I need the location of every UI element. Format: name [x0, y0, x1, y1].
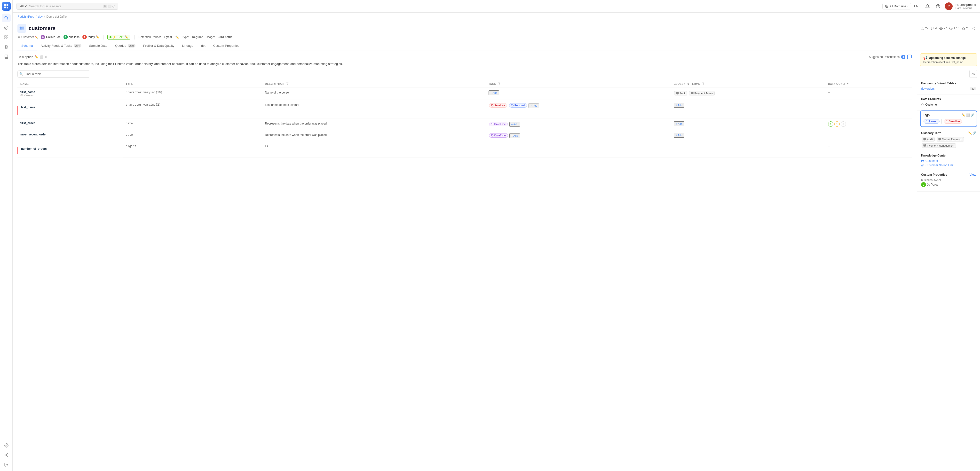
person-tag[interactable]: Person: [924, 119, 940, 124]
queries-badge: 260: [128, 44, 135, 48]
stars-button[interactable]: 28: [962, 27, 969, 30]
desc-share-icon[interactable]: ⟨⟩: [45, 55, 47, 59]
sensitive-tag-panel[interactable]: Sensitive: [943, 119, 962, 124]
product-name[interactable]: Customer: [925, 103, 938, 107]
tab-activity-feeds[interactable]: Activity Feeds & Tasks 234: [37, 41, 85, 50]
joined-table-name[interactable]: dev.orders: [921, 87, 935, 91]
find-in-table-input[interactable]: [18, 70, 90, 78]
sidebar-logout-icon[interactable]: [2, 460, 11, 469]
panel-toggle-button[interactable]: ◁▷: [969, 70, 977, 78]
glossary-link-icon[interactable]: 🔗: [972, 131, 976, 135]
jo-perez-name[interactable]: Jo Perez: [927, 183, 938, 186]
tier-edit-icon[interactable]: ✏️: [124, 35, 128, 39]
tags-edit-icon[interactable]: ✏️: [962, 113, 965, 117]
glossary-chip-inventory[interactable]: Inventory Management: [921, 143, 956, 148]
views-button[interactable]: 27: [939, 27, 947, 30]
retention-edit-icon[interactable]: ✏️: [175, 35, 179, 39]
suggested-count: 4: [901, 55, 905, 59]
star-icon: [962, 27, 965, 30]
shortcut-k: K: [108, 5, 111, 8]
owner-tag[interactable]: Customer ✏️: [18, 35, 38, 39]
tab-schema[interactable]: Schema: [18, 41, 37, 50]
svg-point-0: [5, 16, 8, 19]
tab-lineage[interactable]: Lineage: [178, 41, 197, 50]
teddy-badge[interactable]: T teddy ✏️: [83, 35, 99, 39]
tab-custom-properties[interactable]: Custom Properties: [209, 41, 243, 50]
search-bar[interactable]: All Search for Data Assets ⌘ K: [16, 3, 118, 10]
add-tag-button-first-order[interactable]: + Add: [509, 122, 520, 127]
tags-copy-icon[interactable]: ⬜: [966, 113, 970, 117]
sidebar-book-icon[interactable]: [2, 53, 11, 61]
description-section: Description ✏️ ⬜ ⟨⟩ Suggested Descriptio…: [18, 54, 912, 67]
personal-tag[interactable]: Personal: [509, 103, 527, 108]
tags-panel-header: Tags ✏️ ⬜ 🔗: [923, 113, 974, 117]
notifications-button[interactable]: [924, 2, 931, 10]
tags-link-icon[interactable]: 🔗: [970, 113, 974, 117]
kc-item-notion[interactable]: Customer Notion Link: [921, 164, 976, 167]
time-value: 17.6: [954, 27, 959, 30]
owner-edit-icon[interactable]: ✏️: [35, 36, 38, 38]
tier-dot: [110, 36, 111, 38]
desc-filter-icon[interactable]: [286, 83, 289, 85]
tab-queries[interactable]: Queries 260: [111, 41, 139, 50]
add-tag-button-last-name[interactable]: + Add: [528, 103, 539, 108]
language-selector[interactable]: EN ▾: [914, 4, 921, 8]
tab-profiler[interactable]: Profiler & Data Quality: [139, 41, 178, 50]
page-actions: 27 4 27 17.6 28: [921, 27, 975, 30]
col-header-tags: TAGS: [486, 80, 671, 88]
desc-copy-icon[interactable]: ⬜: [40, 55, 43, 59]
domain-selector[interactable]: All Domains ▾: [882, 3, 911, 10]
book-icon: [923, 138, 926, 141]
tab-dbt[interactable]: dbt: [197, 41, 209, 50]
sidebar-explore-icon[interactable]: [2, 23, 11, 32]
sidebar-lineage-icon[interactable]: [2, 451, 11, 459]
cell-desc-last-name: Last name of the customer: [262, 100, 485, 118]
col-header-name: NAME: [18, 80, 123, 88]
add-glossary-button-most-recent[interactable]: + Add: [674, 133, 684, 138]
sidebar-search-icon[interactable]: [2, 14, 11, 22]
add-glossary-button-last-name[interactable]: + Add: [674, 103, 684, 108]
glossary-chip-audit[interactable]: Audit: [921, 137, 935, 142]
book-open-icon2: [690, 92, 694, 95]
sensitive-tag[interactable]: Sensitive: [489, 103, 508, 108]
tab-sample-data[interactable]: Sample Data: [85, 41, 111, 50]
glossary-chip-invoice[interactable]: Audit: [674, 91, 687, 95]
table-search[interactable]: [18, 70, 912, 78]
dq-value: --: [828, 103, 830, 107]
datetime-tag[interactable]: DateTime: [489, 122, 508, 126]
help-button[interactable]: [934, 2, 942, 10]
add-tag-button-first-name[interactable]: + Add: [488, 91, 499, 95]
datetime-tag2[interactable]: DateTime: [489, 133, 508, 138]
likes-button[interactable]: 27: [921, 27, 928, 30]
share-button[interactable]: [972, 27, 975, 30]
view-more-link[interactable]: View: [970, 173, 976, 177]
teddy-edit-icon[interactable]: ✏️: [96, 35, 99, 39]
glossary-edit-icon[interactable]: ✏️: [968, 131, 972, 135]
glossary-filter-icon[interactable]: [702, 83, 705, 85]
tags-filter-icon[interactable]: [498, 83, 500, 85]
app-logo[interactable]: [2, 2, 11, 11]
search-scope-select[interactable]: All: [19, 4, 28, 8]
type-label: Type:: [182, 35, 189, 39]
glossary-chip-market-research[interactable]: Market Research: [937, 137, 964, 142]
breadcrumb-item-1[interactable]: dev: [38, 15, 43, 18]
sidebar-settings-icon[interactable]: [2, 441, 11, 450]
table-body: first_name First Name character varying(…: [18, 87, 912, 158]
shailesh-badge[interactable]: S shailesh: [64, 35, 80, 39]
col-name-text: first_order: [21, 121, 120, 125]
add-tag-button-most-recent[interactable]: + Add: [509, 133, 520, 138]
kc-item-customer[interactable]: Customer: [921, 159, 976, 162]
sidebar-discover-icon[interactable]: [2, 33, 11, 42]
add-glossary-button-first-order[interactable]: + Add: [674, 121, 684, 126]
tier-badge[interactable]: ⚡ Tier1 ✏️: [107, 35, 130, 40]
sidebar-govern-icon[interactable]: [2, 43, 11, 51]
suggested-descriptions-button[interactable]: Suggested Descriptions 4: [869, 54, 912, 60]
breadcrumb-item-0[interactable]: RedshiftProd: [18, 15, 34, 18]
desc-header: Description ✏️ ⬜ ⟨⟩ Suggested Descriptio…: [18, 54, 912, 60]
desc-edit-icon[interactable]: ✏️: [35, 55, 38, 59]
collate-joe-badge[interactable]: C Collate Joe: [41, 35, 60, 39]
svg-rect-6: [5, 38, 6, 39]
glossary-chip-payment[interactable]: Payment Terms: [689, 91, 714, 95]
user-avatar[interactable]: R: [945, 2, 953, 10]
comments-button[interactable]: 4: [931, 27, 937, 30]
